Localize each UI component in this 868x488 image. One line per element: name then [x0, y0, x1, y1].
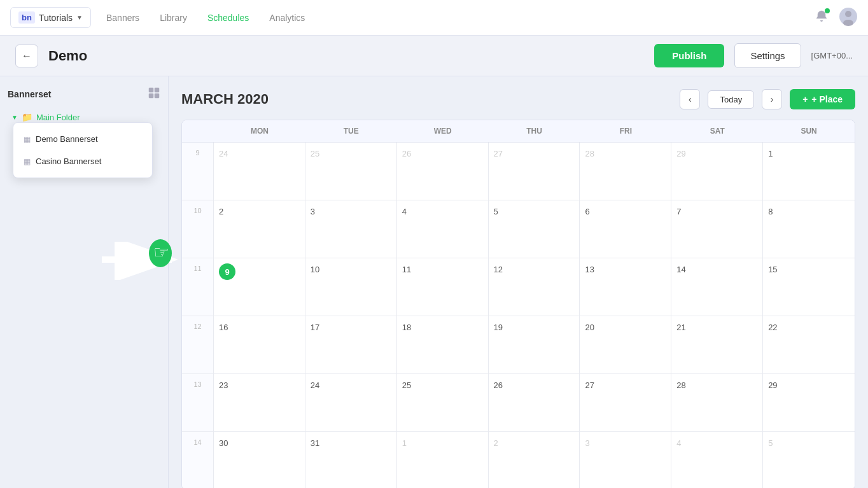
- cell-num: 14: [676, 265, 685, 274]
- back-button[interactable]: ←: [15, 45, 38, 67]
- calendar-cell[interactable]: 18: [397, 316, 489, 373]
- brand-name: Tutorials: [39, 13, 73, 23]
- calendar-cell[interactable]: 31: [305, 432, 397, 488]
- calendar-cell[interactable]: 2: [214, 200, 305, 258]
- cell-num: 15: [768, 265, 777, 274]
- cell-num: 7: [676, 207, 681, 216]
- day-header-mon: Mon: [214, 120, 305, 142]
- notification-bell[interactable]: [815, 10, 829, 26]
- calendar-cell[interactable]: 23: [214, 374, 305, 431]
- calendar-cell[interactable]: 17: [305, 316, 397, 373]
- nav-link-banners[interactable]: Banners: [106, 10, 139, 25]
- nav-link-schedules[interactable]: Schedules: [207, 10, 249, 25]
- calendar-cell[interactable]: 22: [763, 316, 855, 373]
- calendar-cell[interactable]: 27: [580, 374, 671, 431]
- brand-chevron-icon: ▼: [76, 14, 83, 21]
- nav-link-analytics[interactable]: Analytics: [269, 10, 305, 25]
- sidebar-add-icon[interactable]: [148, 87, 160, 102]
- cell-num: 29: [768, 380, 777, 390]
- calendar-cell[interactable]: 9: [214, 258, 305, 316]
- svg-rect-3: [149, 88, 153, 92]
- calendar-cell[interactable]: 15: [763, 258, 855, 316]
- cell-num: 5: [494, 207, 498, 216]
- calendar-cell[interactable]: 12: [489, 258, 580, 316]
- cell-num: 30: [219, 438, 228, 448]
- cell-num: 28: [585, 149, 594, 158]
- nav-link-library[interactable]: Library: [160, 10, 187, 25]
- calendar-cell[interactable]: 28: [671, 374, 763, 431]
- day-header-wed: Wed: [397, 120, 489, 142]
- cell-num: 19: [494, 323, 503, 332]
- cell-num: 26: [402, 149, 411, 158]
- calendar-cell[interactable]: 11: [397, 258, 489, 316]
- calendar-next-button[interactable]: ›: [762, 89, 782, 109]
- settings-button[interactable]: Settings: [734, 43, 801, 68]
- cell-num: 8: [768, 207, 773, 216]
- calendar-cell[interactable]: 21: [671, 316, 763, 373]
- calendar-week-2: 102345678: [182, 200, 855, 258]
- day-header-fri: Fri: [580, 120, 671, 142]
- calendar-cell[interactable]: 8: [763, 200, 855, 258]
- cell-num: 17: [311, 323, 319, 332]
- place-icon: +: [802, 94, 808, 104]
- bannerset-item-casino[interactable]: ▦ Casino Bannerset: [13, 150, 152, 172]
- bannerset-icon-casino: ▦: [24, 157, 31, 166]
- day-header-tue: Tue: [305, 120, 397, 142]
- calendar-cell[interactable]: 16: [214, 316, 305, 373]
- calendar-cell[interactable]: 24: [305, 374, 397, 431]
- calendar-cell[interactable]: 4: [397, 200, 489, 258]
- calendar-cell[interactable]: 24: [214, 143, 305, 200]
- week-num-label: 9: [195, 149, 199, 157]
- calendar-cell[interactable]: 13: [580, 258, 671, 316]
- calendar-cell[interactable]: 10: [305, 258, 397, 316]
- sidebar-title: Bannerset: [8, 89, 51, 99]
- calendar-cell[interactable]: 25: [305, 143, 397, 200]
- calendar-prev-button[interactable]: ‹: [680, 89, 700, 109]
- sidebar-header: Bannerset: [8, 87, 160, 102]
- week-num-cell-3: 11: [182, 258, 214, 316]
- calendar-cell[interactable]: 5: [763, 432, 855, 488]
- calendar-cell[interactable]: 29: [671, 143, 763, 200]
- calendar-cell[interactable]: 26: [397, 143, 489, 200]
- calendar-cell[interactable]: 19: [489, 316, 580, 373]
- bannerset-item-demo[interactable]: ▦ Demo Bannerset: [13, 128, 152, 150]
- calendar-today-button[interactable]: Today: [708, 90, 754, 109]
- bannerset-dropdown: ▦ Demo Bannerset ▦ Casino Bannerset: [13, 122, 153, 178]
- day-header-sat: Sat: [671, 120, 763, 142]
- calendar-cell[interactable]: 14: [671, 258, 763, 316]
- avatar-icon: [839, 7, 858, 26]
- calendar-cell[interactable]: 27: [489, 143, 580, 200]
- svg-point-9: [149, 239, 172, 267]
- cell-num: 26: [494, 380, 503, 390]
- calendar-cell[interactable]: 28: [580, 143, 671, 200]
- cell-num: 22: [768, 323, 777, 332]
- calendar-cell[interactable]: 6: [580, 200, 671, 258]
- calendar-cell[interactable]: 2: [489, 432, 580, 488]
- calendar-cell[interactable]: 26: [489, 374, 580, 431]
- week-num-label: 13: [193, 380, 201, 388]
- brand-logo: bn: [18, 11, 35, 24]
- calendar-cell[interactable]: 1: [763, 143, 855, 200]
- user-avatar[interactable]: [839, 7, 858, 29]
- cell-num: 20: [585, 323, 594, 332]
- brand-dropdown[interactable]: bn Tutorials ▼: [10, 7, 91, 28]
- publish-button[interactable]: Publish: [654, 44, 724, 67]
- calendar-cell[interactable]: 7: [671, 200, 763, 258]
- cell-num: 29: [676, 149, 685, 158]
- top-nav: bn Tutorials ▼ Banners Library Schedules…: [0, 0, 868, 36]
- cell-num: 11: [402, 265, 411, 274]
- calendar-cell[interactable]: 3: [580, 432, 671, 488]
- calendar-cell[interactable]: 3: [305, 200, 397, 258]
- place-button[interactable]: + + Place: [790, 89, 855, 109]
- calendar-cell[interactable]: 29: [763, 374, 855, 431]
- calendar-cell[interactable]: 30: [214, 432, 305, 488]
- week-num-cell-2: 10: [182, 200, 214, 258]
- calendar-cell[interactable]: 4: [671, 432, 763, 488]
- cell-num: 13: [585, 265, 594, 274]
- folder-chevron-icon: ▼: [11, 114, 18, 121]
- calendar-cell[interactable]: 1: [397, 432, 489, 488]
- calendar-cell[interactable]: 20: [580, 316, 671, 373]
- cell-num: 21: [676, 323, 685, 332]
- calendar-cell[interactable]: 25: [397, 374, 489, 431]
- calendar-cell[interactable]: 5: [489, 200, 580, 258]
